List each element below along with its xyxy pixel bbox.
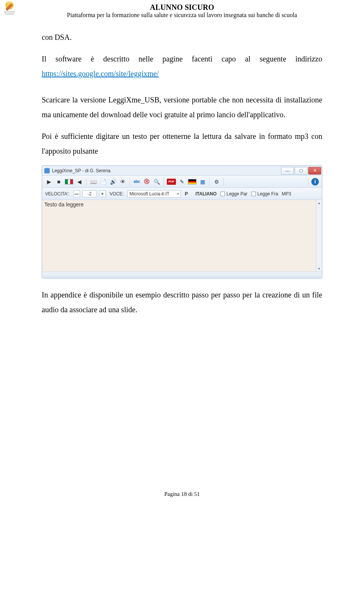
legge-fra-label: Legge Fra bbox=[257, 191, 278, 197]
window-title: LeggiXme_SP - di G. Serena bbox=[52, 168, 111, 173]
speed-label: VELOCITA': bbox=[45, 191, 69, 197]
separator bbox=[223, 178, 224, 186]
flag-italy-icon[interactable] bbox=[65, 179, 73, 184]
info-icon[interactable]: i bbox=[311, 178, 319, 186]
statusbar bbox=[42, 272, 322, 278]
window-titlebar: LeggiXme_SP - di G. Serena — ▢ ✕ bbox=[42, 166, 322, 176]
checkbox-icon bbox=[251, 192, 256, 196]
eye-icon[interactable]: 👁 bbox=[119, 178, 127, 186]
voice-label: VOCE: bbox=[110, 191, 124, 197]
book-icon[interactable]: 📖 bbox=[89, 178, 97, 186]
svg-rect-1 bbox=[6, 2, 13, 3]
magnifier-icon[interactable]: 🔍 bbox=[153, 178, 160, 186]
leggixme-link[interactable]: https://sites.google.com/site/leggixme/ bbox=[42, 69, 159, 78]
stop-icon[interactable]: ■ bbox=[55, 178, 63, 186]
text-editor-value: Testo da leggere bbox=[42, 200, 322, 209]
paragraph-4: Poi è sufficiente digitare un testo per … bbox=[42, 129, 322, 159]
separator bbox=[308, 178, 308, 186]
language-label: ITALIANO bbox=[195, 191, 217, 197]
flag-germany-icon[interactable] bbox=[188, 179, 196, 184]
tool-icon[interactable]: ⚙ bbox=[213, 178, 220, 186]
header-title: ALUNNO SICURO bbox=[34, 3, 330, 12]
pdf-icon[interactable]: PDF bbox=[167, 179, 176, 185]
legge-par-label: Legge Par bbox=[226, 191, 247, 197]
registered-icon[interactable]: Ⓡ bbox=[143, 178, 151, 186]
paragraph-3: Scaricare la versione LeggiXme_USB, vers… bbox=[42, 93, 322, 122]
chevron-down-icon: ▾ bbox=[177, 192, 179, 196]
checkbox-icon bbox=[220, 192, 225, 196]
paragraph-2: Il software è descritto nelle pagine fac… bbox=[42, 52, 322, 81]
p-label[interactable]: P bbox=[185, 191, 188, 197]
maximize-button[interactable]: ▢ bbox=[295, 167, 308, 175]
page-footer: Pagina 18 di 51 bbox=[34, 324, 330, 505]
back-arrow-icon[interactable]: ◀ bbox=[75, 178, 83, 186]
mp3-button[interactable]: MP3 bbox=[282, 191, 291, 197]
scroll-down-icon[interactable]: ▼ bbox=[316, 266, 322, 272]
edit-icon[interactable]: ✎ bbox=[178, 178, 186, 186]
abc-icon[interactable]: abc bbox=[133, 178, 141, 186]
legge-fra-checkbox[interactable]: Legge Fra bbox=[251, 191, 278, 197]
scroll-up-icon[interactable]: ▲ bbox=[316, 200, 322, 206]
paragraph-2-text: Il software è descritto nelle pagine fac… bbox=[42, 55, 322, 63]
document-body: con DSA. Il software è descritto nelle p… bbox=[34, 19, 330, 317]
speaker-icon[interactable]: 🔊 bbox=[109, 178, 117, 186]
scrollbar[interactable]: ▲ ▼ bbox=[316, 200, 322, 272]
minimize-button[interactable]: — bbox=[281, 167, 294, 175]
separator bbox=[163, 178, 164, 186]
speed-decrease-button[interactable]: — bbox=[73, 190, 80, 197]
app-icon bbox=[44, 168, 50, 173]
speed-stepper: — -2 + bbox=[73, 190, 106, 197]
paragraph-1: con DSA. bbox=[42, 30, 322, 45]
speed-value: -2 bbox=[82, 190, 97, 197]
page-header: ALUNNO SICURO Piattaforma per la formazi… bbox=[34, 0, 330, 19]
header-logo-icon bbox=[2, 0, 17, 17]
toolbar-main: ▶ ■ ◀ 📖 📄 🔊 👁 abc Ⓡ 🔍 PDF ✎ ▦ ⚙ bbox=[42, 176, 322, 188]
paragraph-5: In appendice è disponibile un esempio de… bbox=[42, 288, 322, 317]
text-editor-area[interactable]: Testo da leggere ▲ ▼ bbox=[42, 200, 322, 272]
leggixme-window: LeggiXme_SP - di G. Serena — ▢ ✕ ▶ ■ ◀ 📖… bbox=[42, 165, 322, 278]
toolbar-options: VELOCITA': — -2 + VOCE: Microsoft Lucia-… bbox=[42, 188, 322, 200]
legge-par-checkbox[interactable]: Legge Par bbox=[220, 191, 247, 197]
speed-increase-button[interactable]: + bbox=[99, 190, 106, 197]
window-controls: — ▢ ✕ bbox=[281, 167, 322, 175]
voice-value: Microsoft Lucia-it-IT bbox=[129, 191, 175, 197]
page-icon[interactable]: 📄 bbox=[99, 178, 107, 186]
header-subtitle: Piattaforma per la formazione sulla salu… bbox=[34, 12, 330, 19]
separator bbox=[86, 178, 86, 186]
close-button[interactable]: ✕ bbox=[308, 167, 321, 175]
calc-icon[interactable]: ▦ bbox=[199, 178, 206, 186]
separator bbox=[209, 178, 210, 186]
separator bbox=[130, 178, 130, 186]
play-icon[interactable]: ▶ bbox=[45, 178, 53, 186]
voice-dropdown[interactable]: Microsoft Lucia-it-IT ▾ bbox=[127, 190, 181, 198]
